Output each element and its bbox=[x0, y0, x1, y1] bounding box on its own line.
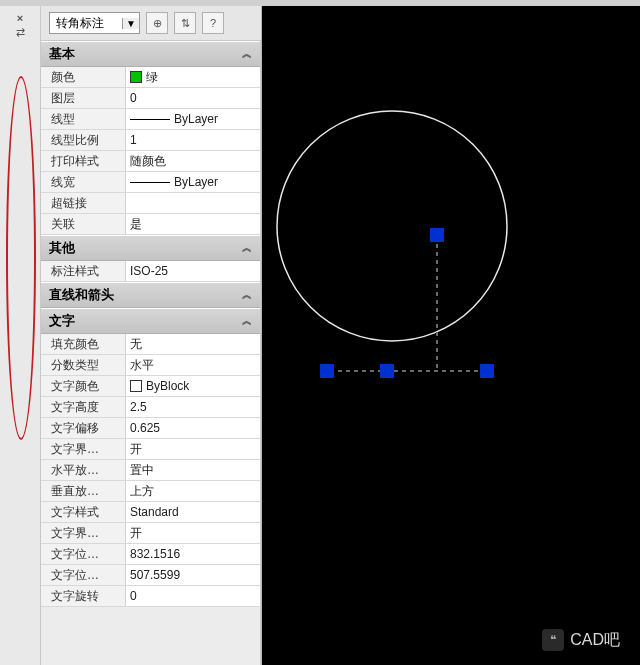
close-icon[interactable]: × bbox=[0, 12, 40, 24]
swatch-green-icon bbox=[130, 71, 142, 83]
prop-lineweight: 线宽 ByLayer bbox=[41, 172, 260, 193]
watermark: ❝ CAD吧 bbox=[542, 629, 620, 651]
drawing-area[interactable]: ❝ CAD吧 bbox=[262, 6, 640, 665]
prop-linetype: 线型 ByLayer bbox=[41, 109, 260, 130]
prop-textframe2: 文字界… 开 bbox=[41, 523, 260, 544]
prop-color: 颜色 绿 bbox=[41, 67, 260, 88]
drawing-canvas bbox=[262, 6, 640, 665]
prop-layer: 图层 0 bbox=[41, 88, 260, 109]
prop-textpos1: 文字位… 832.1516 bbox=[41, 544, 260, 565]
prop-plotstyle: 打印样式 随颜色 bbox=[41, 151, 260, 172]
collapse-icon: ︽ bbox=[242, 241, 252, 255]
assoc-value[interactable]: 是 bbox=[125, 214, 260, 234]
watermark-text: CAD吧 bbox=[570, 630, 620, 651]
collapse-icon: ︽ bbox=[242, 314, 252, 328]
annotation-oval bbox=[6, 76, 36, 440]
prop-textheight: 文字高度 2.5 bbox=[41, 397, 260, 418]
panel-toolbar: 转角标注 ▼ ⊕ ⇅ ? bbox=[41, 6, 261, 41]
textrot-value[interactable]: 0 bbox=[125, 586, 260, 606]
prop-textframe: 文字界… 开 bbox=[41, 439, 260, 460]
dimstyle-value[interactable]: ISO-25 bbox=[125, 261, 260, 281]
prop-textcolor: 文字颜色 ByBlock bbox=[41, 376, 260, 397]
textcolor-value[interactable]: ByBlock bbox=[125, 376, 260, 396]
grip-icon[interactable] bbox=[430, 228, 444, 242]
section-title: 直线和箭头 bbox=[49, 286, 114, 304]
line-sample-icon bbox=[130, 119, 170, 120]
panel-handle: × ⇄ bbox=[0, 6, 41, 665]
textframe2-value[interactable]: 开 bbox=[125, 523, 260, 543]
prop-textstyle: 文字样式 Standard bbox=[41, 502, 260, 523]
collapse-icon: ︽ bbox=[242, 47, 252, 61]
toggle-pickadd-button[interactable]: ⊕ bbox=[146, 12, 168, 34]
lineweight-value[interactable]: ByLayer bbox=[125, 172, 260, 192]
collapse-icon: ︽ bbox=[242, 288, 252, 302]
textheight-value[interactable]: 2.5 bbox=[125, 397, 260, 417]
hyperlink-value[interactable] bbox=[125, 193, 260, 213]
layer-value[interactable]: 0 bbox=[125, 88, 260, 108]
prop-dimstyle: 标注样式 ISO-25 bbox=[41, 261, 260, 282]
circle-entity bbox=[277, 111, 507, 341]
prop-assoc: 关联 是 bbox=[41, 214, 260, 235]
prop-textrot: 文字旋转 0 bbox=[41, 586, 260, 607]
properties-scroll[interactable]: 基本 ︽ 颜色 绿 图层 0 线型 ByLayer 线型比例 1 打印样式 随颜… bbox=[41, 41, 261, 665]
grip-icon[interactable] bbox=[480, 364, 494, 378]
grip-icon[interactable] bbox=[320, 364, 334, 378]
linetype-value[interactable]: ByLayer bbox=[125, 109, 260, 129]
quick-select-button[interactable]: ? bbox=[202, 12, 224, 34]
swatch-byblock-icon bbox=[130, 380, 142, 392]
section-title: 其他 bbox=[49, 239, 75, 257]
prop-hyperlink: 超链接 bbox=[41, 193, 260, 214]
fill-value[interactable]: 无 bbox=[125, 334, 260, 354]
color-value[interactable]: 绿 bbox=[125, 67, 260, 87]
selection-label: 转角标注 bbox=[50, 15, 122, 32]
section-title: 文字 bbox=[49, 312, 75, 330]
prop-fraction: 分数类型 水平 bbox=[41, 355, 260, 376]
wechat-icon: ❝ bbox=[542, 629, 564, 651]
chevron-down-icon: ▼ bbox=[122, 18, 139, 29]
plotstyle-value[interactable]: 随颜色 bbox=[125, 151, 260, 171]
textframe-value[interactable]: 开 bbox=[125, 439, 260, 459]
valign-value[interactable]: 上方 bbox=[125, 481, 260, 501]
prop-textoffset: 文字偏移 0.625 bbox=[41, 418, 260, 439]
halign-value[interactable]: 置中 bbox=[125, 460, 260, 480]
textpos2-value[interactable]: 507.5599 bbox=[125, 565, 260, 585]
prop-halign: 水平放… 置中 bbox=[41, 460, 260, 481]
section-misc[interactable]: 其他 ︽ bbox=[41, 235, 260, 261]
textpos1-value[interactable]: 832.1516 bbox=[125, 544, 260, 564]
ltscale-value[interactable]: 1 bbox=[125, 130, 260, 150]
section-title: 基本 bbox=[49, 45, 75, 63]
prop-textpos2: 文字位… 507.5599 bbox=[41, 565, 260, 586]
grip-icon[interactable] bbox=[380, 364, 394, 378]
textoffset-value[interactable]: 0.625 bbox=[125, 418, 260, 438]
section-basic[interactable]: 基本 ︽ bbox=[41, 41, 260, 67]
textstyle-value[interactable]: Standard bbox=[125, 502, 260, 522]
select-objects-button[interactable]: ⇅ bbox=[174, 12, 196, 34]
line-sample-icon bbox=[130, 182, 170, 183]
pin-icon[interactable]: ⇄ bbox=[0, 26, 40, 39]
prop-fill: 填充颜色 无 bbox=[41, 334, 260, 355]
section-text[interactable]: 文字 ︽ bbox=[41, 308, 260, 334]
fraction-value[interactable]: 水平 bbox=[125, 355, 260, 375]
section-lines[interactable]: 直线和箭头 ︽ bbox=[41, 282, 260, 308]
selection-dropdown[interactable]: 转角标注 ▼ bbox=[49, 12, 140, 34]
properties-panel: 转角标注 ▼ ⊕ ⇅ ? 基本 ︽ 颜色 绿 图层 0 线型 ByLayer bbox=[41, 6, 262, 665]
prop-valign: 垂直放… 上方 bbox=[41, 481, 260, 502]
prop-ltscale: 线型比例 1 bbox=[41, 130, 260, 151]
